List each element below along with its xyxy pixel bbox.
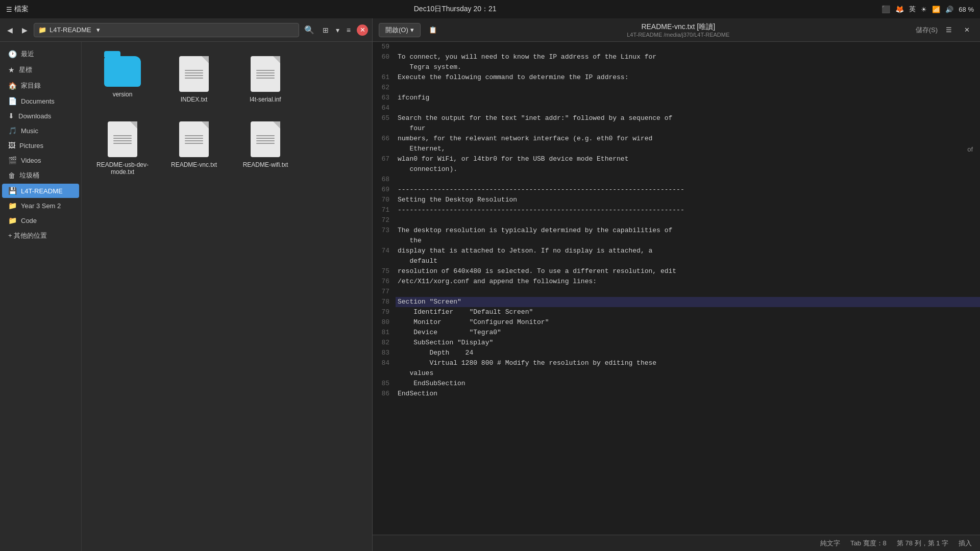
search-button[interactable]: 🔍 (302, 23, 316, 37)
fm-close-button[interactable]: ✕ (357, 24, 368, 36)
code-icon: 📁 (8, 216, 17, 224)
forward-button[interactable]: ▶ (19, 24, 31, 36)
sidebar-item-other[interactable]: + 其他的位置 (2, 228, 79, 243)
sidebar-item-l4t[interactable]: 💾 L4T-README (2, 184, 79, 198)
list-view-button[interactable]: ≡ (344, 24, 354, 36)
brightness-icon[interactable]: ☀ (921, 6, 927, 13)
file-name-readme-usb: README-usb-dev-mode.txt (96, 161, 149, 176)
documents-icon: 📄 (8, 97, 17, 105)
main-layout: ◀ ▶ 📁 L4T-README ▾ 🔍 ⊞ ▾ ≡ ✕ 🕐 最近 (0, 18, 980, 551)
topbar-datetime: Dec10日Thursday 20：21 (414, 5, 497, 14)
code-line-70: 70 Setting the Desktop Resolution (373, 195, 980, 205)
code-line-60: 60 To connect, you will need to know the… (373, 52, 980, 62)
network-icon[interactable]: 📶 (932, 6, 940, 13)
code-line-74c: default (373, 256, 980, 266)
code-line-59: 59 (373, 42, 980, 52)
menu-button[interactable]: ☰ (942, 24, 956, 36)
code-line-63: 63 ifconfig (373, 93, 980, 103)
code-line-67c: connection). (373, 164, 980, 174)
screen-icon[interactable]: ⬛ (881, 5, 890, 13)
editor-close-button[interactable]: ✕ (960, 24, 974, 36)
sidebar-label-trash: 垃圾桶 (19, 171, 39, 180)
sidebar-item-year3[interactable]: 📁 Year 3 Sem 2 (2, 198, 79, 213)
file-item-readme-usb[interactable]: README-usb-dev-mode.txt (92, 117, 153, 180)
sidebar-item-code[interactable]: 📁 Code (2, 213, 79, 228)
app-menu-label[interactable]: 檔案 (14, 5, 29, 14)
file-name-readme-vnc: README-vnc.txt (171, 161, 217, 168)
lang-icon[interactable]: 英 (909, 5, 916, 14)
code-line-76: 76 /etc/X11/xorg.conf and append the fol… (373, 277, 980, 287)
firefox-icon[interactable]: 🦊 (895, 5, 904, 13)
sidebar-label-year3: Year 3 Sem 2 (21, 202, 61, 210)
music-icon: 🎵 (8, 127, 17, 135)
file-grid: version INDEX.txt l4t-serial.inf (82, 42, 372, 551)
txt-icon-readme-usb (108, 121, 137, 157)
sidebar-item-videos[interactable]: 🎬 Videos (2, 153, 79, 167)
open-button[interactable]: 開啟(O) ▾ (379, 23, 421, 37)
sidebar-item-starred[interactable]: ★ 星標 (2, 62, 79, 78)
code-line-73c: the (373, 236, 980, 246)
edit-mode[interactable]: 插入 (959, 539, 972, 548)
open-dropdown-icon[interactable]: ▾ (410, 26, 414, 34)
sidebar-label-other: + 其他的位置 (8, 231, 47, 240)
code-line-82: 82 SubSection "Display" (373, 338, 980, 348)
editor-statusbar: 純文字 Tab 寬度：8 第 78 列，第 1 字 of 插入 (373, 535, 980, 551)
back-button[interactable]: ◀ (4, 24, 16, 36)
editor-title: README-vnc.txt [唯讀] (641, 22, 715, 32)
file-item-readme-vnc[interactable]: README-vnc.txt (163, 117, 225, 180)
code-line-84: 84 Virtual 1280 800 # Modify the resolut… (373, 358, 980, 368)
sidebar: 🕐 最近 ★ 星標 🏠 家目錄 📄 Documents ⬇ Downl (0, 42, 82, 551)
l4t-drive-icon: 💾 (8, 187, 17, 195)
sidebar-label-videos: Videos (21, 157, 41, 164)
address-text: L4T-README (50, 26, 91, 34)
battery-icon[interactable]: 68 % (959, 6, 974, 13)
code-line-75: 75 resolution of 640x480 is selected. To… (373, 266, 980, 277)
txt-icon-readme-wifi (251, 121, 280, 157)
scrollbar-of: of (967, 145, 973, 153)
app-menu[interactable]: ☰ 檔案 (6, 5, 29, 14)
code-line-85: 85 EndSubSection (373, 379, 980, 389)
sidebar-label-downloads: Downloads (18, 112, 51, 120)
sidebar-label-starred: 星標 (19, 65, 32, 74)
code-line-64: 64 (373, 103, 980, 113)
folder-icon: 📁 (38, 26, 46, 34)
code-line-69: 69 -------------------------------------… (373, 185, 980, 195)
sidebar-item-music[interactable]: 🎵 Music (2, 123, 79, 138)
code-line-72: 72 (373, 215, 980, 226)
file-name-l4t-serial: l4t-serial.inf (250, 96, 281, 103)
sidebar-item-home[interactable]: 🏠 家目錄 (2, 78, 79, 93)
sidebar-item-trash[interactable]: 🗑 垃圾桶 (2, 168, 79, 183)
file-item-index[interactable]: INDEX.txt (163, 52, 225, 107)
fm-toolbar: ◀ ▶ 📁 L4T-README ▾ 🔍 ⊞ ▾ ≡ ✕ (0, 18, 372, 42)
code-line-74: 74 display that is attached to Jetson. I… (373, 246, 980, 256)
code-line-84c: values (373, 368, 980, 379)
file-item-version[interactable]: version (92, 52, 153, 107)
text-editor-window: 開啟(O) ▾ 📋 README-vnc.txt [唯讀] L4T-README… (373, 18, 980, 551)
save-button[interactable]: 儲存(S) (916, 26, 938, 35)
address-dropdown-icon[interactable]: ▾ (96, 26, 100, 34)
tab-width[interactable]: Tab 寬度：8 (850, 539, 887, 548)
cursor-position[interactable]: 第 78 列，第 1 字 (897, 539, 948, 548)
topbar: ☰ 檔案 Dec10日Thursday 20：21 ⬛ 🦊 英 ☀ 📶 🔊 68… (0, 0, 980, 18)
grid-view-options[interactable]: ▾ (333, 24, 342, 36)
file-item-l4t-serial[interactable]: l4t-serial.inf (235, 52, 296, 107)
topbar-left: ☰ 檔案 (6, 5, 29, 14)
txt-icon-readme-vnc (179, 121, 209, 157)
file-item-readme-wifi[interactable]: README-wifi.txt (235, 117, 296, 180)
sidebar-item-documents[interactable]: 📄 Documents (2, 94, 79, 108)
files-icon: ☰ (6, 6, 12, 13)
grid-view-button[interactable]: ⊞ (320, 24, 332, 36)
sidebar-label-code: Code (21, 217, 37, 224)
code-line-81: 81 Device "Tegra0" (373, 328, 980, 338)
sidebar-label-home: 家目錄 (21, 81, 41, 90)
sidebar-label-pictures: Pictures (19, 142, 43, 149)
volume-icon[interactable]: 🔊 (945, 6, 953, 13)
address-bar[interactable]: 📁 L4T-README ▾ (34, 23, 299, 37)
editor-content[interactable]: 59 60 To connect, you will need to know … (373, 42, 980, 535)
sidebar-item-recent[interactable]: 🕐 最近 (2, 46, 79, 62)
code-line-65: 65 Search the output for the text "inet … (373, 113, 980, 123)
copy-path-button[interactable]: 📋 (425, 24, 441, 36)
sidebar-item-downloads[interactable]: ⬇ Downloads (2, 109, 79, 123)
sidebar-item-pictures[interactable]: 🖼 Pictures (2, 138, 79, 153)
file-type[interactable]: 純文字 (820, 539, 840, 548)
